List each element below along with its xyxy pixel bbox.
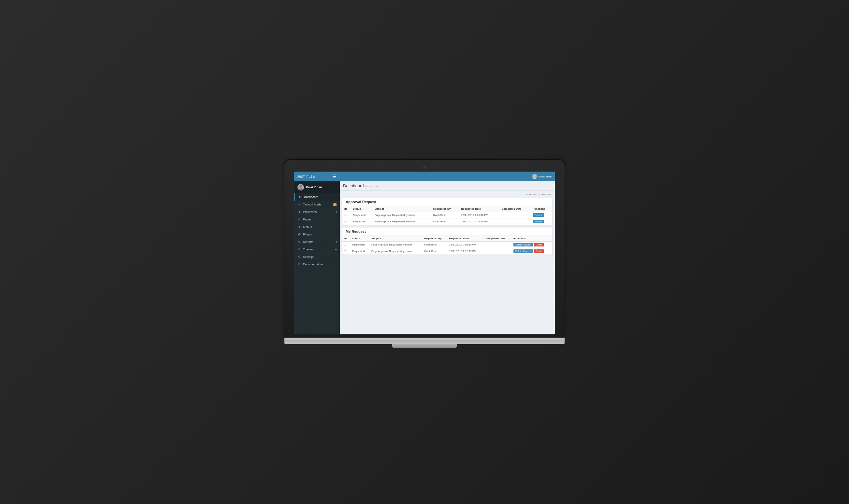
sidebar-item-themes[interactable]: □ Themes ◀ [294,246,340,253]
my-request-box: My Request ID Status Subject [342,228,552,255]
settings-icon: ⚙ [298,255,301,258]
row-functions: Delete Request Delete [512,241,552,248]
table-row: 2 Requested Page Approval Requested: yeo… [342,218,552,225]
row-id: 2 [342,248,350,255]
review-button[interactable]: Review [533,213,544,217]
row-completed-date [500,218,531,225]
breadcrumb-current: Dashboard [540,193,552,196]
sidebar-item-label: Plugins [303,233,313,236]
plugins-icon: ⚙ [298,233,301,236]
sidebar-item-pages[interactable]: □ Pages [294,216,340,223]
hamburger-icon[interactable]: ☰ [332,174,337,179]
tasks-icon: ✓ [298,203,301,206]
sidebar-logo: AdminLTE ☰ [294,172,340,181]
sidebar-item-tasks[interactable]: ✓ Tasks & Alerts 1 [294,201,340,209]
row-completed-date [483,248,512,255]
col-subject: Subject [369,236,422,241]
top-header: Kwak Brian [340,172,555,181]
chevron-icon: ◀ [335,248,337,251]
row-completed-date [483,241,512,248]
row-requested-by: Kwak Brian [422,241,447,248]
col-requested-by: Requested By [431,206,459,212]
row-functions: Review [531,218,552,225]
delete-button[interactable]: Delete [534,243,544,247]
col-id: ID [342,236,350,241]
laptop-camera [423,166,426,169]
table-row: 1 Requested Page Approval Requested: yeo… [342,212,552,218]
row-requested-date: 12/11/2015 2:12:28 PM [459,218,500,225]
row-functions: Review [531,212,552,218]
delete-request-button[interactable]: Delete Request [513,243,533,247]
col-requested-by: Requested By [422,236,447,241]
row-requested-date: 12/11/2015 2:03:16 PM [459,212,500,218]
row-requested-by: Kwak Brian [422,248,447,255]
sidebar-item-documentation[interactable]: □ Documentation [294,261,340,268]
row-functions: Delete Request Delete [512,248,552,255]
svg-point-1 [298,188,303,191]
sidebar-item-label: Tasks & Alerts [303,203,321,206]
table-row: 1 Requested Page Approval Requested: yeo… [342,241,552,248]
col-requested-date: Requested Date [447,236,484,241]
col-completed-date: Completed Date [500,206,531,212]
sidebar-item-menus[interactable]: ≡ Menus [294,223,340,231]
pages-icon: □ [298,218,301,221]
sidebar-user: Kwak Brian [294,181,340,193]
sidebar-item-reports[interactable]: ⚙ Reports ◀ [294,238,340,246]
col-functions: Functions [512,236,552,241]
approval-request-table: ID Status Subject Requested By Requested… [342,206,552,225]
approval-request-header: Approval Request [342,198,552,206]
row-status: Requested [351,218,372,225]
delete-request-button[interactable]: Delete Request [513,249,533,253]
row-id: 2 [342,218,351,225]
col-status: Status [351,206,372,212]
review-button[interactable]: Review [533,220,544,223]
sidebar-item-label: Pages [303,218,312,221]
sidebar-nav: ⊞ Dashboard ✓ Tasks & Alerts 1 [294,193,340,335]
sidebar-item-plugins[interactable]: ⚙ Plugins [294,231,340,238]
home-icon: ⌂ [526,193,528,196]
row-subject: Page Approval Requested: yeoman [369,241,422,248]
themes-icon: □ [298,248,301,251]
row-status: Requested [350,241,369,248]
page-title: Dashboard [343,183,364,188]
row-subject: Page Approval Requested: yeoman [369,248,422,255]
sidebar-item-label: Processes [303,210,317,214]
sidebar-item-dashboard[interactable]: ⊞ Dashboard [294,193,340,201]
breadcrumb: ⌂ Home / Dashboard [342,193,552,196]
col-id: ID [342,206,351,212]
delete-button[interactable]: Delete [534,249,544,253]
page-version: Version 2.0 [365,185,377,188]
sidebar-username: Kwak Brian [306,185,322,189]
sidebar: AdminLTE ☰ Kwak Brian [294,172,340,335]
col-completed-date: Completed Date [483,236,512,241]
row-requested-date: 12/11/2015 2:03:16 PM [447,241,484,248]
my-request-title: My Request [346,230,366,233]
sidebar-item-settings[interactable]: ⚙ Settings [294,253,340,261]
main-content: Kwak Brian Dashboard Version 2.0 ⌂ [340,172,555,335]
row-id: 1 [342,212,351,218]
documentation-icon: □ [298,263,301,266]
sidebar-item-label: Reports [303,240,314,244]
table-row: 2 Requested Page Approval Requested: yeo… [342,248,552,255]
avatar [298,184,304,191]
col-status: Status [350,236,369,241]
logo-text: AdminLTE [298,174,315,179]
header-username: Kwak Brian [538,175,551,178]
sidebar-item-processes[interactable]: ≡ Processes ◀ [294,209,340,216]
header-avatar [532,174,537,179]
svg-point-2 [534,175,535,177]
row-completed-date [500,212,531,218]
breadcrumb-home: Home [529,193,536,196]
svg-point-0 [299,185,302,187]
btn-group: Delete Request Delete [513,249,550,253]
sidebar-item-label: Settings [303,255,314,258]
breadcrumb-separator: / [537,193,538,196]
btn-group: Delete Request Delete [513,243,550,247]
page-title-area: Dashboard Version 2.0 [340,181,555,191]
row-subject: Page Approval Requested: yeoman [372,218,431,225]
my-request-table: ID Status Subject Requested By Requested… [342,236,552,255]
dashboard-icon: ⊞ [298,195,302,199]
approval-request-title: Approval Request [346,200,376,204]
approval-request-box: Approval Request ID Status Subject [342,198,552,225]
approval-request-table-container: ID Status Subject Requested By Requested… [342,206,552,225]
